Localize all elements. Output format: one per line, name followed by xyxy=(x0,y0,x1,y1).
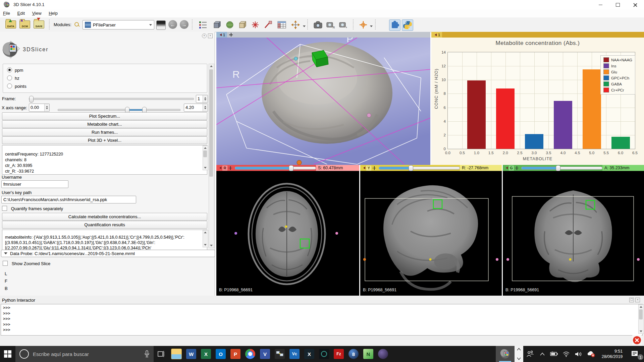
layout-selector-button[interactable] xyxy=(156,20,166,30)
frame-slider-handle[interactable] xyxy=(29,96,34,103)
panel-undock-icon[interactable]: ☐ xyxy=(629,298,634,302)
taskbar-app-bitvise[interactable]: 8 xyxy=(346,346,361,362)
green-slice-tab[interactable]: G xyxy=(509,166,514,171)
frame-slider[interactable] xyxy=(29,98,194,100)
task-view-button[interactable] xyxy=(154,346,169,362)
panel-scrollbar[interactable] xyxy=(209,64,214,248)
screen-capture-icon[interactable] xyxy=(313,20,323,29)
chart-view-tab[interactable]: 1 xyxy=(431,32,442,38)
metabolite-scrollbar[interactable] xyxy=(203,230,208,247)
xaxis-range-slider[interactable] xyxy=(58,109,180,111)
taskbar-app-notepadpp[interactable]: N xyxy=(361,346,376,362)
taskbar-search[interactable]: Escribe aquí para buscar xyxy=(15,346,154,362)
slice-menu-icon[interactable] xyxy=(515,166,519,170)
plot-3d-voxel-button[interactable]: Plot 3D + Voxel... xyxy=(2,136,207,144)
taskbar-app-mplab[interactable]: X xyxy=(302,346,317,362)
threed-view-tab[interactable]: 1 xyxy=(216,32,227,38)
clock[interactable]: 9:51 28/06/2019 xyxy=(598,346,627,362)
tray-expand-button[interactable] xyxy=(537,346,548,362)
yellow-slice-slider[interactable] xyxy=(379,167,460,170)
slider-handle[interactable] xyxy=(556,165,560,171)
save-button[interactable]: SAVE xyxy=(34,20,44,28)
back-button[interactable]: ← xyxy=(168,20,177,29)
quantify-checkbox[interactable]: Quantify frames separately xyxy=(2,206,63,211)
tables-icon[interactable] xyxy=(277,20,286,29)
taskbar-app-filezilla[interactable]: Fz xyxy=(331,346,346,362)
load-data-button[interactable]: DATA xyxy=(5,20,16,28)
taskbar-app-visio[interactable]: V xyxy=(258,346,272,362)
pin-icon[interactable] xyxy=(362,167,365,169)
transforms-icon[interactable] xyxy=(291,20,300,29)
green-slice-view[interactable]: B: P19968_56691 xyxy=(503,171,644,296)
annotations-icon[interactable] xyxy=(264,20,272,29)
menu-edit[interactable]: Edit xyxy=(14,9,28,17)
taskbar-app-word[interactable]: W xyxy=(184,346,199,362)
markups-icon[interactable] xyxy=(251,20,260,29)
wifi-tray-icon[interactable] xyxy=(560,346,572,362)
radio-points[interactable]: points xyxy=(7,83,26,89)
crosshair-icon[interactable] xyxy=(229,33,233,37)
slider-handle[interactable] xyxy=(409,165,413,171)
radio-ppm[interactable]: ppm xyxy=(7,67,23,73)
xaxis-min-spinbox[interactable]: 0.00 xyxy=(29,104,50,112)
spin-arrows-icon[interactable] xyxy=(203,95,208,103)
show-zoomed-checkbox[interactable]: Show Zoomed Slice xyxy=(3,261,50,266)
plot-spectrum-button[interactable]: Plot Spectrum... xyxy=(2,112,207,120)
username-input[interactable]: fmrsiuser xyxy=(1,180,68,188)
python-console-button[interactable] xyxy=(402,19,413,31)
radio-hz[interactable]: hz xyxy=(7,75,19,81)
menu-file[interactable]: File xyxy=(0,9,13,17)
spin-arrows-icon[interactable] xyxy=(203,104,208,111)
pin-icon[interactable] xyxy=(504,167,508,169)
keypath-input[interactable]: C:\Users\FranciscoMarcano\.ssh\fmrsiuser… xyxy=(1,196,136,203)
yellow-slice-view[interactable]: B: P19968_56691 xyxy=(360,171,502,296)
taskbar-app-chrome[interactable] xyxy=(243,346,258,362)
taskbar-app-vnc[interactable]: Vc xyxy=(287,346,302,362)
spin-arrows-icon[interactable] xyxy=(44,104,49,111)
onedrive-tray-icon[interactable] xyxy=(584,346,598,362)
info-scrollbar[interactable] xyxy=(203,145,208,170)
taskbar-app-eclipse[interactable] xyxy=(376,346,390,362)
metabolite-chart-button[interactable]: Metabolite chart... xyxy=(2,120,207,128)
slider-handle[interactable] xyxy=(289,165,293,171)
slice-menu-icon[interactable] xyxy=(372,166,376,170)
capture-settings-icon[interactable]: + xyxy=(339,20,348,29)
xaxis-max-spinbox[interactable]: 4.20 xyxy=(184,104,208,112)
quantification-results-button[interactable]: Quantification results xyxy=(2,221,207,229)
people-button[interactable] xyxy=(523,346,537,362)
frame-spinbox[interactable]: 1 xyxy=(196,95,208,103)
extensions-button[interactable] xyxy=(389,19,400,31)
volume-tray-icon[interactable] xyxy=(572,346,584,362)
taskbar-app-gns3[interactable] xyxy=(317,346,331,362)
scene-capture-icon[interactable]: R xyxy=(326,20,335,29)
forward-button[interactable]: → xyxy=(180,20,189,29)
taskbar-app-excel[interactable]: X xyxy=(199,346,213,362)
run-frames-button[interactable]: Run frames... xyxy=(2,128,207,136)
chart-view[interactable]: 1 Metabolite concentration (Abs.) 0.00.5… xyxy=(431,32,644,165)
error-notification-button[interactable] xyxy=(632,335,642,345)
metabolite-info-box[interactable]: metaboliteInfo: {'Ala':[(0.913,1.55,0.10… xyxy=(2,230,207,252)
start-button[interactable] xyxy=(0,346,15,362)
panel-close-icon[interactable]: × xyxy=(635,298,640,302)
chevron-down-icon[interactable] xyxy=(303,25,306,28)
chevron-down-icon[interactable] xyxy=(370,25,373,28)
taskbar-scroll-buttons[interactable] xyxy=(515,346,523,362)
microphone-icon[interactable] xyxy=(144,350,150,358)
crosshair-icon[interactable] xyxy=(359,20,368,29)
taskbar-app-putty[interactable] xyxy=(272,346,287,362)
menu-view[interactable]: View xyxy=(29,9,45,17)
battery-tray-icon[interactable] xyxy=(548,346,560,362)
menu-help[interactable]: Help xyxy=(46,9,61,17)
brain-atlas-icon[interactable] xyxy=(225,20,234,29)
panel-close-icon[interactable]: × xyxy=(208,34,213,38)
minimize-button[interactable] xyxy=(592,0,609,9)
taskbar-app-powerpoint[interactable]: P xyxy=(228,346,243,362)
pin-icon[interactable] xyxy=(218,167,221,169)
taskbar-slicer-button[interactable] xyxy=(496,346,515,362)
action-center-button[interactable]: 1 xyxy=(627,346,644,362)
panel-undock-icon[interactable]: × xyxy=(202,34,207,38)
taskbar-app-explorer[interactable] xyxy=(169,346,184,362)
header-info-box[interactable]: centralFrequency: 1277125220 channels: 8… xyxy=(2,145,207,175)
data-probe-collapsible[interactable]: Data Probe: C:/dev/1.namic/scenes/av...2… xyxy=(1,250,215,257)
red-slice-tab[interactable]: R xyxy=(222,166,227,171)
